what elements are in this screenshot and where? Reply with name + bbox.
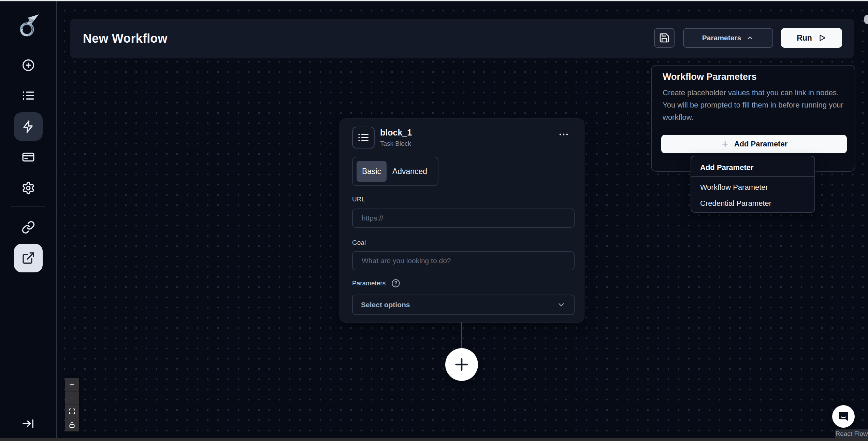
zoom-in-button[interactable]	[65, 378, 79, 392]
tab-advanced[interactable]: Advanced	[387, 161, 433, 182]
minus-icon	[69, 395, 75, 401]
dropdown-header: Add Parameter	[700, 160, 754, 175]
url-input[interactable]	[352, 209, 575, 228]
lock-button[interactable]	[65, 418, 79, 431]
node-type-icon-box	[352, 127, 375, 148]
chevron-down-icon	[557, 300, 566, 309]
run-button-label: Run	[797, 33, 812, 43]
tab-basic[interactable]: Basic	[357, 161, 387, 182]
sidebar-item-workflows[interactable]	[14, 112, 43, 141]
maximize-icon	[69, 408, 75, 415]
list-icon	[21, 89, 35, 102]
sidebar-item-credentials[interactable]	[14, 143, 43, 171]
plus-icon	[452, 355, 471, 374]
plus-icon	[721, 140, 729, 148]
node-type-label: Task Block	[380, 140, 411, 147]
menu-item-credential-parameter[interactable]: Credential Parameter	[691, 195, 814, 212]
zoom-out-button[interactable]	[65, 392, 79, 405]
plus-circle-icon	[21, 58, 35, 72]
sidebar-item-integrations[interactable]	[14, 213, 43, 242]
list-icon	[357, 131, 370, 144]
play-icon	[818, 33, 826, 42]
chevron-up-icon	[746, 34, 754, 42]
fit-view-button[interactable]	[65, 405, 79, 418]
node-title: block_1	[380, 128, 412, 138]
topbar: New Workflow Parameters Run	[70, 19, 854, 58]
save-button[interactable]	[654, 28, 675, 48]
floppy-disk-icon	[659, 32, 670, 43]
page-title: New Workflow	[83, 19, 168, 58]
parameters-label: Parameters	[352, 280, 386, 287]
window-bottom-edge	[0, 438, 868, 441]
credit-card-icon	[21, 150, 35, 164]
app-logo-dragon-icon	[16, 13, 40, 40]
add-parameter-button-label: Add Parameter	[734, 140, 788, 148]
help-circle-icon[interactable]	[391, 279, 401, 288]
react-flow-attribution: React Flow	[835, 429, 868, 438]
add-parameter-dropdown: Add Parameter Workflow Parameter Credent…	[691, 156, 815, 213]
select-placeholder: Select options	[361, 301, 410, 309]
sidebar-item-runs[interactable]	[14, 81, 43, 110]
add-parameter-button[interactable]: Add Parameter	[661, 135, 847, 153]
task-block-node[interactable]: block_1 Task Block Basic Advanced URL Go…	[339, 118, 584, 323]
link-icon	[21, 220, 35, 234]
chat-widget-button[interactable]	[832, 405, 855, 428]
sidebar-expand-button[interactable]	[19, 414, 37, 433]
menu-item-workflow-parameter[interactable]: Workflow Parameter	[691, 179, 814, 196]
chat-bubble-icon	[837, 410, 850, 423]
goal-label: Goal	[352, 239, 366, 246]
run-button[interactable]: Run	[781, 28, 842, 48]
node-connector-edge	[461, 322, 462, 349]
lightning-icon	[21, 120, 35, 133]
parameters-select[interactable]: Select options	[352, 295, 575, 315]
arrow-right-to-line-icon	[21, 417, 35, 430]
sidebar-item-external[interactable]	[14, 244, 43, 272]
parameters-toggle-button[interactable]: Parameters	[683, 28, 773, 48]
parameters-button-label: Parameters	[702, 34, 741, 42]
panel-title: Workflow Parameters	[663, 72, 757, 82]
node-tabs: Basic Advanced	[352, 157, 438, 186]
parameters-label-row: Parameters	[352, 279, 401, 288]
external-link-icon	[21, 251, 35, 265]
sidebar	[0, 1, 57, 438]
ellipsis-icon	[558, 129, 569, 140]
sidebar-item-create[interactable]	[14, 51, 43, 80]
sidebar-item-settings[interactable]	[14, 174, 43, 202]
canvas-controls	[65, 378, 79, 431]
plus-icon	[69, 381, 75, 388]
sidebar-divider	[11, 207, 45, 207]
goal-input[interactable]	[352, 251, 575, 270]
scrollbar-handle[interactable]	[864, 15, 868, 24]
lock-icon	[69, 422, 75, 428]
workflow-editor-screen: New Workflow Parameters Run block_1 Task…	[0, 0, 868, 441]
gear-icon	[21, 181, 35, 195]
add-node-button[interactable]	[445, 348, 478, 381]
node-menu-button[interactable]	[554, 128, 573, 141]
panel-description: Create placeholder values that you can l…	[663, 87, 847, 124]
url-label: URL	[352, 196, 365, 203]
dropdown-divider	[691, 176, 814, 177]
